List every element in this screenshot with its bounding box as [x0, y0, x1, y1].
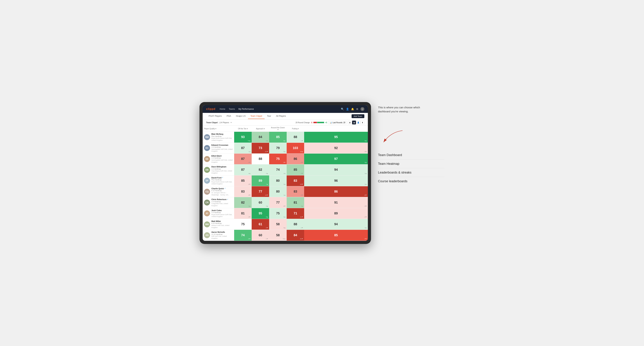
score-cell-1-2: 799▲: [269, 143, 287, 154]
score-box: 88: [252, 154, 269, 164]
nav-link-teams[interactable]: Teams: [229, 107, 235, 111]
player-cell-3[interactable]: DBDave Billingham1-5 HandicapGog Magog G…: [203, 165, 234, 175]
score-box: 941▲: [304, 165, 368, 175]
score-cell-3-0: 874▲: [234, 165, 252, 175]
score-cell-0-1: 846▲: [252, 132, 269, 143]
tab-pgat-players[interactable]: PGAT Players: [206, 113, 224, 119]
score-box: 71-11▼: [287, 208, 304, 219]
player-info: Matt Miller6-10 HandicapWoburn Golf Club…: [212, 220, 233, 229]
table-row: DBDave Billingham1-5 HandicapGog Magog G…: [203, 165, 368, 175]
player-hcp: 6-10 Handicap: [212, 222, 233, 224]
player-cell-inner: ECEdward Crossman1-5 HandicapSunningdale…: [203, 143, 234, 154]
player-cell-8[interactable]: MMMatt Miller6-10 HandicapWoburn Golf Cl…: [203, 219, 234, 230]
tab-all-players[interactable]: All Players: [274, 113, 288, 119]
player-cell-1[interactable]: ECEdward Crossman1-5 HandicapSunningdale…: [203, 143, 234, 154]
score-change: 9▲: [365, 140, 367, 142]
user-avatar-icon[interactable]: U: [360, 107, 364, 111]
score-cell-5-4: 86-8▼: [304, 186, 368, 197]
player-cell-0[interactable]: BMBlair McHargPlus HandicapRoyal North D…: [203, 132, 234, 143]
score-box: 823▲: [234, 197, 252, 208]
score-change: -11▼: [265, 151, 268, 152]
avatar: BM: [204, 134, 210, 140]
round-change-section: 20 Round Change -5 +5 📊 Last Rounds: 20 …: [296, 121, 364, 124]
score-change: -3▼: [283, 162, 286, 163]
search-icon[interactable]: 🔍: [341, 108, 344, 110]
player-info: Blair McHargPlus HandicapRoyal North Dev…: [212, 133, 233, 141]
view-grid-button[interactable]: ⊞: [348, 121, 352, 124]
menu-item-leaderboards[interactable]: Leaderboards & streaks: [378, 168, 444, 177]
player-name: Edward Crossman: [212, 144, 233, 146]
score-change: -2▼: [364, 216, 367, 218]
score-change: 3▲: [284, 183, 286, 185]
score-box: 803▲: [269, 175, 287, 186]
score-cell-8-4: 943▲: [304, 219, 368, 230]
view-heatmap-button[interactable]: ▦: [352, 121, 356, 124]
person-icon[interactable]: 👤: [346, 108, 349, 110]
score-box: 963▲: [304, 175, 368, 186]
view-download-button[interactable]: ⬇: [360, 121, 364, 124]
avatar: CQ: [204, 189, 210, 195]
menu-items: Team Dashboard Team Heatmap Leaderboards…: [378, 151, 444, 185]
edit-icon[interactable]: ✏: [230, 121, 232, 124]
score-value: 74: [276, 168, 280, 172]
score-value: 85: [241, 179, 245, 183]
col-header-player[interactable]: Player Quality ▾: [203, 126, 234, 132]
settings-icon[interactable]: ⚙: [356, 108, 358, 110]
player-cell-9[interactable]: ANAaron Nicholls11-15 HandicapDrift Golf…: [203, 230, 234, 241]
sub-nav-tabs: PGAT Players PGA Hcaps 1-5 Team Clippd T…: [206, 113, 352, 119]
col-header-approach[interactable]: Approach ▾: [252, 126, 269, 132]
menu-item-course-leaderboards[interactable]: Course leaderboards: [378, 177, 444, 185]
score-cell-7-4: 89-2▼: [304, 208, 368, 219]
score-box: 75-3▼: [269, 154, 287, 164]
score-change: 4▲: [266, 173, 268, 174]
change-bar: [314, 122, 324, 123]
player-cell-2[interactable]: EEElliot Ebert1-5 HandicapSunningdale Go…: [203, 154, 234, 164]
score-cell-2-0: 87-3▼: [234, 154, 252, 164]
score-box: 77-14▼: [252, 186, 269, 197]
nav-link-home[interactable]: Home: [220, 107, 225, 111]
score-change: -8▼: [364, 194, 367, 196]
last-rounds-button[interactable]: 📊 Last Rounds: 20: [328, 121, 347, 124]
add-team-button[interactable]: Add Team: [352, 114, 364, 118]
player-cell-7[interactable]: JCJosh Coles1-5 HandicapRoyal North Devo…: [203, 208, 234, 219]
col-header-green[interactable]: Around the Green ▾: [269, 126, 287, 132]
tab-tour[interactable]: Tour: [264, 113, 274, 119]
menu-item-team-dashboard[interactable]: Team Dashboard: [378, 151, 444, 160]
score-change: 4▲: [284, 227, 286, 229]
player-cell-5[interactable]: CQCharlie Quick✓6-10 HandicapSt. George'…: [203, 186, 234, 197]
score-value: 97: [334, 157, 338, 161]
player-cell-6[interactable]: CRChris Robertson✓1-5 HandicapCraigmilla…: [203, 197, 234, 208]
score-change: -8▼: [248, 238, 250, 240]
score-cell-1-3: 10315▲: [287, 143, 304, 154]
tablet-frame: clippd Home Teams My Performance 🔍 👤 🔔 ⚙…: [200, 102, 371, 244]
tab-hcaps[interactable]: Hcaps 1-5: [234, 113, 248, 119]
player-cell-4[interactable]: DFDavid Ford✓Plus HandicapRoyal North De…: [203, 175, 234, 186]
score-cell-5-3: 83-6▼: [287, 186, 304, 197]
player-club: Drift Golf Club, United Kingdom: [212, 235, 233, 239]
player-info: Chris Robertson✓1-5 HandicapCraigmillar …: [212, 198, 233, 207]
menu-item-team-heatmap[interactable]: Team Heatmap: [378, 160, 444, 168]
col-header-tee[interactable]: Off the Tee ▾: [234, 126, 252, 132]
player-cell-inner: DFDavid Ford✓Plus HandicapRoyal North De…: [203, 175, 234, 186]
score-value: 80: [276, 179, 280, 183]
player-cell-inner: CRChris Robertson✓1-5 HandicapCraigmilla…: [203, 197, 234, 208]
tab-team-clippd[interactable]: Team Clippd: [248, 113, 264, 119]
score-cell-7-0: 81-3▼: [234, 208, 252, 219]
col-header-putting[interactable]: Putting ▾: [287, 126, 304, 132]
score-box: 83-6▼: [287, 186, 304, 197]
score-value: 60: [259, 201, 262, 204]
bell-icon[interactable]: 🔔: [351, 108, 354, 110]
score-value: 88: [294, 222, 297, 226]
player-info: Josh Coles1-5 HandicapRoyal North Devon …: [212, 209, 233, 218]
tab-pga[interactable]: PGA: [224, 113, 234, 119]
player-name: Matt Miller: [212, 220, 233, 222]
score-box: 74-8▼: [234, 230, 252, 240]
score-cell-7-1: 958▲: [252, 208, 269, 219]
players-table: Player Quality ▾ Off the Tee ▾ Approach …: [203, 126, 368, 241]
player-name: Blair McHarg: [212, 133, 233, 135]
score-box: 741▲: [269, 165, 287, 175]
score-value: 80: [276, 190, 280, 193]
nav-link-my-performance[interactable]: My Performance: [238, 107, 254, 111]
score-value: 74: [241, 233, 245, 237]
view-person-button[interactable]: 👤: [356, 121, 360, 124]
